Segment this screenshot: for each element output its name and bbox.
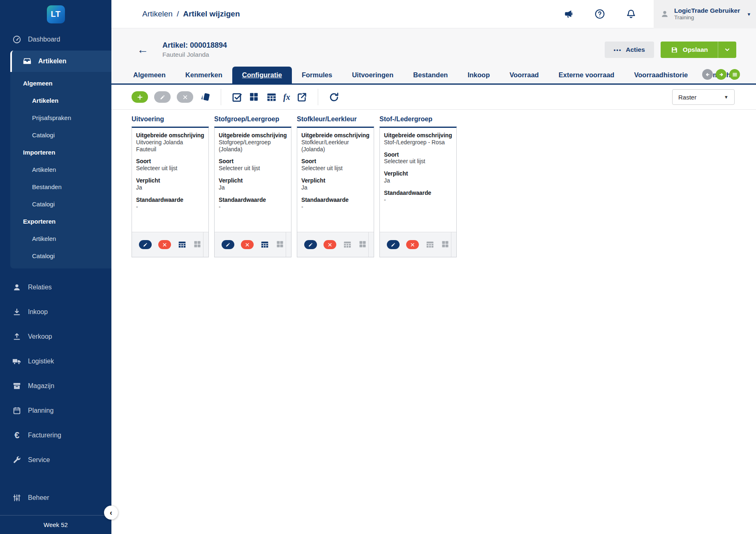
sidebar-item-facturering[interactable]: € Facturering (0, 423, 111, 448)
calendar-icon (12, 406, 21, 415)
card-table-button[interactable] (343, 240, 352, 249)
card-actions (215, 232, 291, 257)
field-value: Ja (301, 185, 370, 192)
person-icon (12, 283, 21, 292)
sidebar-item-label: Planning (28, 407, 53, 414)
field-label: Verplicht (384, 171, 452, 178)
tab-bestanden[interactable]: Bestanden (403, 67, 458, 83)
external-link-icon[interactable] (296, 92, 307, 103)
megaphone-icon[interactable] (563, 9, 574, 19)
tab-formules[interactable]: Formules (292, 67, 342, 83)
card-delete-button[interactable] (324, 240, 336, 249)
save-split-button: Opslaan (661, 42, 736, 58)
tab-configuratie[interactable]: Configuratie (232, 67, 292, 83)
title-block: Artikel: 000018894 Fauteuil Jolanda (162, 41, 227, 59)
breadcrumb-parent[interactable]: Artikelen (142, 9, 173, 18)
view-mode-select[interactable]: Raster ▼ (672, 89, 735, 105)
floppy-icon (670, 46, 678, 54)
user-menu[interactable]: LogicTrade Gebruiker Training ▾ (654, 0, 756, 28)
submenu-header-importeren: Importeren (10, 143, 111, 161)
tab-bar: Algemeen Kenmerken Configuratie Formules… (111, 65, 756, 85)
table-view-icon[interactable] (266, 92, 277, 103)
card-edit-button[interactable] (139, 240, 152, 249)
submenu-item-artikelen[interactable]: Artikelen (10, 92, 111, 109)
card-edit-button[interactable] (304, 240, 317, 249)
edit-button[interactable] (154, 91, 171, 103)
user-role: Training (674, 14, 740, 21)
submenu-item-import-catalogi[interactable]: Catalogi (10, 195, 111, 213)
x-icon (410, 242, 415, 247)
add-button[interactable] (132, 91, 148, 103)
header-actions: ••• Acties Opslaan (605, 42, 736, 58)
field-label: Verplicht (136, 178, 204, 185)
tab-algemeen[interactable]: Algemeen (123, 67, 176, 83)
save-dropdown-button[interactable] (718, 42, 736, 58)
sidebar-item-label: Artikelen (38, 58, 66, 65)
back-arrow-icon[interactable]: ← (137, 43, 153, 56)
sidebar-collapse-button[interactable]: ‹ (104, 506, 118, 520)
tab-uitvoeringen[interactable]: Uitvoeringen (342, 67, 403, 83)
card-delete-button[interactable] (406, 240, 419, 249)
sidebar-item-artikelen[interactable]: Artikelen (10, 51, 111, 72)
sidebar-item-dashboard[interactable]: Dashboard (0, 28, 111, 51)
gauge-icon (12, 35, 21, 44)
field-value: Stofkleur/Leerkleur (Jolanda) (301, 139, 370, 153)
checkbox-icon[interactable] (231, 92, 243, 103)
tab-voorraad[interactable]: Voorraad (499, 67, 548, 83)
field-label: Soort (136, 158, 204, 165)
tab-scroll-right-button[interactable] (716, 69, 726, 80)
submenu-item-export-catalogi[interactable]: Catalogi (10, 247, 111, 264)
delete-button[interactable] (177, 91, 193, 103)
logictrade-logo[interactable]: LT (47, 5, 65, 23)
field-value: - (384, 197, 452, 204)
submenu-item-import-artikelen[interactable]: Artikelen (10, 161, 111, 178)
submenu-item-import-bestanden[interactable]: Bestanden (10, 178, 111, 195)
submenu-item-catalogi[interactable]: Catalogi (10, 126, 111, 143)
card-table-button[interactable] (260, 240, 269, 249)
hamburger-icon (732, 72, 738, 78)
sidebar-item-planning[interactable]: Planning (0, 398, 111, 423)
card-edit-button[interactable] (222, 240, 234, 249)
sidebar-item-magazijn[interactable]: Magazijn (0, 374, 111, 398)
submenu-header-algemeen: Algemeen (10, 74, 111, 92)
tab-externe-voorraad[interactable]: Externe voorraad (549, 67, 624, 83)
card-grid-button[interactable] (193, 240, 202, 249)
card-grid-button[interactable] (441, 240, 450, 249)
submenu-item-export-artikelen[interactable]: Artikelen (10, 230, 111, 247)
field-label: Soort (384, 152, 452, 159)
sidebar-item-beheer[interactable]: Beheer (0, 485, 111, 510)
sidebar-item-service[interactable]: Service (0, 448, 111, 472)
sidebar-item-verkoop[interactable]: Verkoop (0, 324, 111, 349)
tab-list-button[interactable] (729, 69, 740, 80)
avatar-icon (660, 9, 669, 18)
acties-button[interactable]: ••• Acties (605, 42, 654, 58)
tab-scroll-left-button[interactable] (702, 69, 713, 80)
sidebar-item-logistiek[interactable]: Logistiek (0, 349, 111, 374)
card-grid-button[interactable] (276, 240, 285, 249)
tab-kenmerken[interactable]: Kenmerken (176, 67, 232, 83)
logo-wrap: LT (0, 0, 111, 28)
sidebar-item-inkoop[interactable]: Inkoop (0, 300, 111, 324)
card-delete-button[interactable] (241, 240, 254, 249)
wrench-icon (12, 455, 21, 465)
help-icon[interactable] (594, 9, 605, 19)
chevron-down-icon: ▾ (747, 11, 750, 17)
sidebar-item-relaties[interactable]: Relaties (0, 275, 111, 300)
card-table-button[interactable] (425, 240, 435, 249)
copy-icon[interactable] (199, 92, 210, 103)
card-delete-button[interactable] (158, 240, 171, 249)
sidebar-item-label: Facturering (28, 432, 61, 439)
formula-icon[interactable]: fx (283, 92, 290, 102)
card-grid-button[interactable] (358, 240, 368, 249)
save-button[interactable]: Opslaan (661, 42, 718, 58)
bell-icon[interactable] (626, 9, 636, 19)
field-value: Ja (136, 185, 204, 192)
submenu-item-prijsafspraken[interactable]: Prijsafspraken (10, 109, 111, 126)
tab-inkoop[interactable]: Inkoop (458, 67, 499, 83)
x-icon (162, 242, 167, 247)
tab-voorraadhistorie[interactable]: Voorraadhistorie (624, 67, 698, 83)
card-edit-button[interactable] (387, 240, 400, 249)
grid-view-icon[interactable] (249, 92, 260, 103)
card-table-button[interactable] (178, 240, 187, 249)
refresh-icon[interactable] (328, 92, 340, 103)
